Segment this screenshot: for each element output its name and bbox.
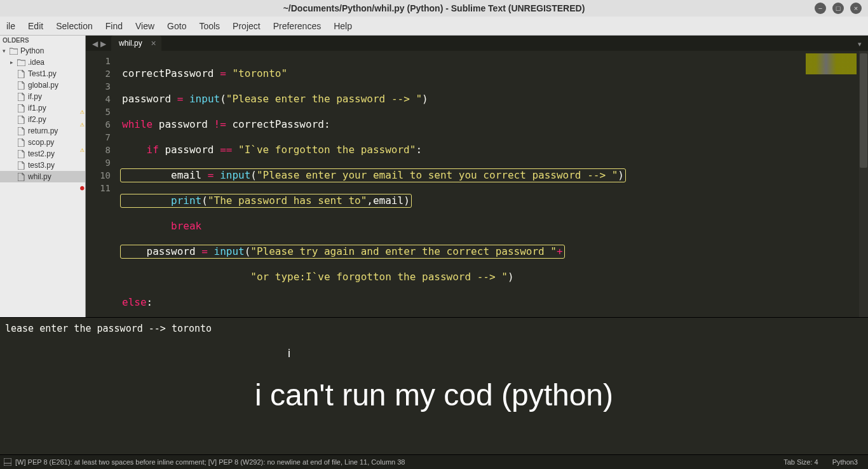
scrollbar[interactable]	[859, 51, 868, 360]
file-label: test3.py	[28, 161, 55, 170]
gutter-line-4: 4	[86, 93, 111, 105]
code-lines[interactable]: correctPassword = "toronto" password = i…	[114, 51, 796, 360]
editor-panel: ◀ ▶ whil.py × ▾ 1234567891011 correctPas…	[86, 36, 868, 317]
tabs-overflow-icon[interactable]: ▾	[851, 37, 868, 51]
folder-icon	[17, 58, 25, 66]
menu-view[interactable]: View	[129, 18, 161, 34]
file-icon	[17, 139, 25, 146]
tab-bar: ◀ ▶ whil.py × ▾	[86, 36, 868, 51]
menu-goto[interactable]: Goto	[161, 18, 193, 34]
scrollbar-thumb[interactable]	[860, 53, 867, 168]
gutter-line-10: 10	[86, 169, 111, 182]
gutter-line-1: 1	[86, 55, 111, 67]
sidebar-file-global-py[interactable]: global.py	[0, 79, 85, 91]
status-tab-size[interactable]: Tab Size: 4	[783, 458, 818, 466]
title-bar: ~/Documents/Python/whil.py (Python) - Su…	[0, 0, 868, 17]
file-icon	[17, 116, 25, 123]
sidebar: OLDERS ▾ Python ▸ .idea Test1.pyglobal.p…	[0, 36, 86, 317]
file-icon	[17, 150, 25, 158]
file-icon	[17, 173, 25, 180]
gutter-line-6: 6	[86, 118, 111, 131]
sidebar-folder-root[interactable]: ▾ Python	[0, 45, 85, 57]
file-icon	[17, 161, 25, 169]
sidebar-folder-idea[interactable]: ▸ .idea	[0, 57, 85, 68]
tab-label: whil.py	[119, 39, 142, 48]
sidebar-file-if-py[interactable]: if.py	[0, 91, 85, 102]
sidebar-file-test2-py[interactable]: test2.py	[0, 148, 85, 160]
folder-icon	[9, 47, 18, 55]
folder-label: .idea	[28, 58, 44, 67]
menu-file[interactable]: ile	[0, 18, 22, 34]
file-label: test2.py	[28, 149, 55, 158]
gutter-line-3: 3	[86, 80, 111, 93]
file-label: if2.py	[28, 115, 46, 124]
gutter-line-11: 11	[86, 182, 111, 194]
sidebar-file-whil-py[interactable]: whil.py	[0, 171, 85, 182]
file-icon	[17, 127, 25, 135]
file-label: whil.py	[28, 172, 51, 181]
file-label: if.py	[28, 92, 42, 101]
status-lint-message: [W] PEP 8 (E261): at least two spaces be…	[15, 458, 405, 466]
gutter-line-5: 5	[86, 105, 111, 118]
window-title: ~/Documents/Python/whil.py (Python) - Su…	[283, 3, 585, 13]
console-panel[interactable]: lease enter the password --> toronto i i…	[0, 317, 868, 454]
menu-help[interactable]: Help	[327, 18, 358, 34]
sidebar-file-Test1-py[interactable]: Test1.py	[0, 68, 85, 79]
gutter-line-9: 9	[86, 156, 111, 169]
nav-fwd-icon[interactable]: ▶	[100, 39, 106, 48]
tab-whil[interactable]: whil.py ×	[111, 36, 161, 51]
menu-selection[interactable]: Selection	[50, 18, 99, 34]
console-output: lease enter the password --> toronto	[5, 323, 863, 334]
file-icon	[17, 104, 25, 112]
menu-find[interactable]: Find	[99, 18, 129, 34]
menu-tools[interactable]: Tools	[193, 18, 226, 34]
sidebar-header: OLDERS	[0, 36, 85, 45]
overlay-caret: i	[288, 347, 290, 360]
code-area[interactable]: 1234567891011 correctPassword = "toronto…	[86, 51, 868, 360]
overlay-annotation: i can't run my cod (python)	[255, 377, 613, 412]
gutter: 1234567891011	[86, 51, 114, 360]
status-panel-icon[interactable]	[4, 458, 11, 466]
file-label: Test1.py	[28, 69, 57, 78]
status-syntax[interactable]: Python3	[832, 458, 858, 466]
menu-preferences[interactable]: Preferences	[267, 18, 327, 34]
close-button[interactable]: ×	[850, 3, 862, 14]
file-label: global.py	[28, 81, 58, 90]
file-label: scop.py	[28, 138, 54, 147]
gutter-line-7: 7	[86, 131, 111, 144]
file-icon	[17, 93, 25, 100]
file-label: return.py	[28, 126, 58, 135]
sidebar-file-if1-py[interactable]: if1.py	[0, 102, 85, 114]
menu-project[interactable]: Project	[226, 18, 267, 34]
menu-edit[interactable]: Edit	[22, 18, 50, 34]
file-icon	[17, 81, 25, 89]
chevron-down-icon: ▾	[3, 48, 9, 54]
window-controls: − □ ×	[815, 3, 862, 14]
file-label: if1.py	[28, 104, 46, 112]
menu-bar: ile Edit Selection Find View Goto Tools …	[0, 17, 868, 36]
sidebar-file-scop-py[interactable]: scop.py	[0, 137, 85, 148]
gutter-line-2: 2	[86, 67, 111, 80]
tab-close-icon[interactable]: ×	[151, 38, 156, 48]
status-bar: [W] PEP 8 (E261): at least two spaces be…	[0, 454, 868, 469]
folder-label: Python	[20, 46, 44, 55]
sidebar-file-return-py[interactable]: return.py	[0, 125, 85, 137]
maximize-button[interactable]: □	[832, 3, 844, 14]
chevron-right-icon: ▸	[10, 59, 17, 65]
file-icon	[17, 70, 25, 78]
svg-rect-0	[4, 458, 11, 466]
minimize-button[interactable]: −	[815, 3, 826, 14]
nav-back-icon[interactable]: ◀	[92, 39, 98, 48]
sidebar-file-if2-py[interactable]: if2.py	[0, 114, 85, 125]
sidebar-file-test3-py[interactable]: test3.py	[0, 160, 85, 171]
gutter-line-8: 8	[86, 144, 111, 156]
minimap[interactable]	[796, 51, 859, 360]
